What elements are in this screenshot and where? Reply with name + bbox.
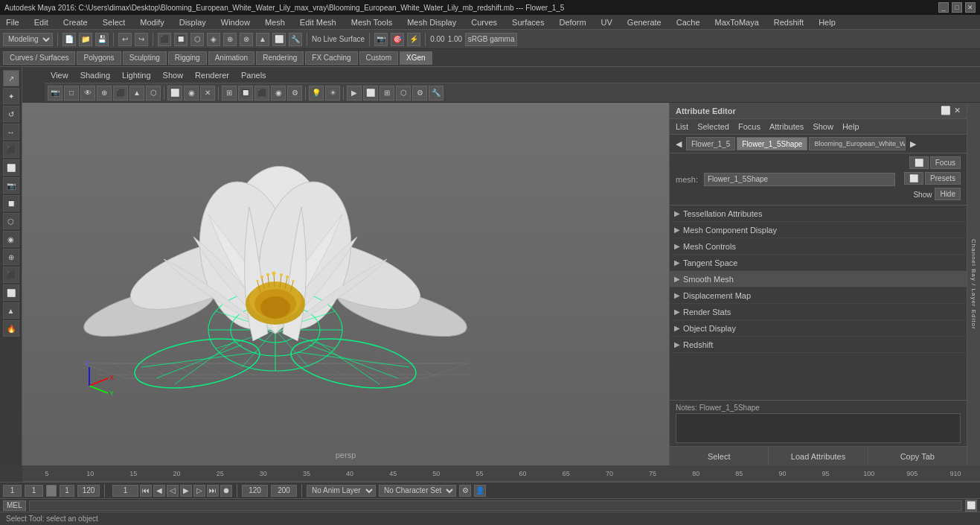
presets-small[interactable]: ⬜ (904, 172, 923, 185)
icon-wire1[interactable]: ⬜ (167, 86, 182, 101)
menu-deform[interactable]: Deform (556, 18, 589, 27)
icon-misc4[interactable]: ⬡ (396, 86, 411, 101)
tool-10[interactable]: ◉ (3, 231, 19, 247)
range-start-input[interactable] (242, 485, 268, 497)
icon-wire2[interactable]: ◉ (184, 86, 199, 101)
tool-14[interactable]: ▲ (3, 302, 19, 319)
menu-mesh-display[interactable]: Mesh Display (404, 18, 459, 27)
attr-section-displacement[interactable]: ▶ Displacement Map (670, 287, 967, 304)
step-fwd-btn[interactable]: ▷ (193, 485, 205, 497)
play-back-btn[interactable]: ◁ (167, 485, 179, 497)
menu-curves[interactable]: Curves (468, 18, 500, 27)
menu-redshift[interactable]: Redshift (771, 18, 807, 27)
tab-rendering[interactable]: Rendering (256, 51, 304, 65)
tool-snap-2[interactable]: ⚡ (407, 33, 420, 46)
tool-6[interactable]: ⬜ (3, 159, 19, 176)
attr-section-mesh-component[interactable]: ▶ Mesh Component Display (670, 222, 967, 238)
attr-section-tessellation[interactable]: ▶ Tessellation Attributes (670, 206, 967, 222)
icon-shade5[interactable]: ⚙ (287, 86, 302, 101)
maximize-btn[interactable]: □ (952, 2, 962, 13)
menu-window[interactable]: Window (218, 18, 253, 27)
attr-nav-help[interactable]: Help (842, 122, 859, 131)
icon-misc6[interactable]: 🔧 (429, 86, 443, 101)
tab-custom[interactable]: Custom (359, 51, 398, 65)
tool-btn-6[interactable]: ◈ (207, 33, 220, 46)
frame-1-field[interactable] (60, 485, 74, 497)
tool-7[interactable]: 📷 (3, 177, 19, 194)
tool-undo[interactable]: ↩ (118, 33, 132, 46)
load-attributes-button[interactable]: Load Attributes (769, 447, 868, 465)
attr-tab-blooming[interactable]: Blooming_European_White_Water... (809, 137, 906, 150)
select-tool[interactable]: ↗ (3, 70, 19, 86)
move-tool[interactable]: ✦ (3, 88, 19, 104)
icon-select[interactable]: □ (64, 86, 79, 101)
icon-shade2[interactable]: 🔲 (238, 86, 253, 101)
tool-redo[interactable]: ↪ (135, 33, 148, 46)
icon-light2[interactable]: ☀ (325, 86, 340, 101)
viewport-lighting[interactable]: Lighting (122, 71, 151, 80)
tool-btn-9[interactable]: ▲ (256, 33, 269, 46)
attr-tab-flower15shape[interactable]: Flower_1_5Shape (737, 137, 807, 150)
menu-maxtomaya[interactable]: MaxToMaya (712, 18, 762, 27)
menu-display[interactable]: Display (176, 18, 209, 27)
character-set-select[interactable]: No Character Set (379, 485, 456, 497)
icon-light1[interactable]: 💡 (309, 86, 324, 101)
attr-section-object-display[interactable]: ▶ Object Display (670, 320, 967, 337)
tool-15[interactable]: 🔥 (3, 320, 19, 337)
tab-curves-surfaces[interactable]: Curves / Surfaces (3, 51, 75, 65)
tool-btn-save[interactable]: 💾 (95, 33, 109, 46)
focus-btn[interactable]: ⬜ (909, 156, 929, 169)
attr-nav-selected[interactable]: Selected (697, 122, 729, 131)
tab-xgen[interactable]: XGen (400, 51, 432, 65)
viewport-show[interactable]: Show (163, 71, 184, 80)
attr-section-redshift[interactable]: ▶ Redshift (670, 337, 967, 353)
icon-view3[interactable]: ⬛ (113, 86, 128, 101)
attr-tab-prev[interactable]: ◀ (673, 139, 685, 149)
tool-btn-5[interactable]: ⬡ (190, 33, 204, 46)
attr-close-icon[interactable]: ✕ (954, 106, 961, 115)
menu-modify[interactable]: Modify (137, 18, 167, 27)
notes-box[interactable] (676, 413, 961, 443)
icon-view2[interactable]: ⊕ (97, 86, 112, 101)
tool-btn-7[interactable]: ⊕ (223, 33, 237, 46)
icon-misc2[interactable]: ⬜ (363, 86, 378, 101)
step-back-btn[interactable]: ◀ (153, 485, 165, 497)
rotate-tool[interactable]: ↺ (3, 106, 19, 122)
tool-btn-11[interactable]: 🔧 (289, 33, 302, 46)
menu-uv[interactable]: UV (598, 18, 615, 27)
focus-button[interactable]: Focus (930, 156, 961, 169)
start-frame-field[interactable] (25, 485, 43, 497)
viewport-view[interactable]: View (51, 71, 68, 80)
attr-nav-focus[interactable]: Focus (738, 122, 760, 131)
frame-color-field[interactable] (46, 485, 57, 497)
current-frame-field[interactable] (3, 485, 22, 497)
record-btn[interactable]: ⏺ (220, 485, 232, 497)
menu-mesh-tools[interactable]: Mesh Tools (348, 18, 395, 27)
attr-section-render-stats[interactable]: ▶ Render Stats (670, 304, 967, 320)
attr-nav-show[interactable]: Show (813, 122, 833, 131)
icon-shade1[interactable]: ⊞ (222, 86, 237, 101)
anim-settings-btn[interactable]: ⚙ (459, 485, 471, 497)
workspace-select[interactable]: Modeling (3, 33, 53, 46)
tool-btn-3[interactable]: ⬛ (158, 33, 171, 46)
mesh-value-input[interactable] (704, 173, 895, 186)
tab-sculpting[interactable]: Sculpting (123, 51, 167, 65)
tool-9[interactable]: ⬡ (3, 213, 19, 229)
tool-btn-1[interactable]: 📄 (63, 33, 76, 46)
attr-section-smooth-mesh[interactable]: ▶ Smooth Mesh (670, 271, 967, 287)
menu-generate[interactable]: Generate (624, 18, 664, 27)
icon-camera[interactable]: 📷 (48, 86, 63, 101)
tool-12[interactable]: ⬛ (3, 267, 19, 283)
tool-11[interactable]: ⊕ (3, 249, 19, 265)
tool-camera[interactable]: 📷 (374, 33, 388, 46)
viewport-renderer[interactable]: Renderer (195, 71, 229, 80)
mel-input[interactable] (29, 500, 962, 511)
viewport-shading[interactable]: Shading (80, 71, 110, 80)
tool-snap-1[interactable]: 🎯 (391, 33, 404, 46)
viewport-panels[interactable]: Panels (241, 71, 266, 80)
title-bar-controls[interactable]: _ □ ✕ (938, 2, 976, 13)
icon-misc1[interactable]: ▶ (347, 86, 362, 101)
icon-misc5[interactable]: ⚙ (412, 86, 427, 101)
attr-section-mesh-controls[interactable]: ▶ Mesh Controls (670, 238, 967, 255)
hide-button[interactable]: Hide (935, 188, 961, 200)
